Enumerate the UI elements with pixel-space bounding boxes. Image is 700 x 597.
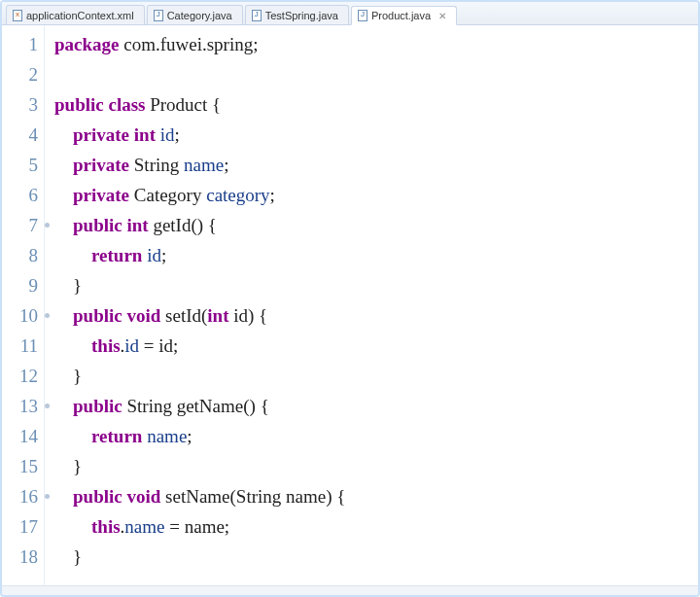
xml-file-icon	[13, 10, 22, 21]
code-line: private Category category;	[54, 180, 698, 210]
line-number: 15	[2, 451, 44, 481]
line-number: 17	[2, 511, 44, 542]
java-file-icon	[154, 10, 163, 21]
tab-bar: applicationContext.xml Category.java Tes…	[2, 2, 698, 25]
line-number: 8	[2, 240, 44, 270]
code-line: return name;	[54, 421, 698, 451]
line-number: 9	[2, 270, 44, 300]
code-line: }	[54, 542, 698, 572]
tab-label: Product.java	[371, 10, 431, 21]
line-number: 18	[2, 542, 44, 572]
line-number: 5	[2, 150, 44, 180]
code-line: public String getName() {	[54, 391, 698, 421]
code-line: }	[54, 270, 698, 300]
tab-label: applicationContext.xml	[26, 10, 134, 21]
line-number: 7	[2, 210, 44, 240]
line-number: 11	[2, 331, 44, 361]
tab-testspring[interactable]: TestSpring.java	[245, 5, 349, 24]
code-line: public void setName(String name) {	[54, 481, 698, 511]
code-line: private int id;	[54, 120, 698, 150]
line-number: 10	[2, 300, 44, 331]
code-line: this.name = name;	[54, 511, 698, 542]
tab-label: TestSpring.java	[265, 10, 338, 21]
code-line: }	[54, 361, 698, 391]
code-line	[54, 59, 698, 89]
code-line: public void setId(int id) {	[54, 300, 698, 331]
editor: 1 2 3 4 5 6 7 8 9 10 11 12 13 14 15 16 1…	[2, 25, 698, 585]
code-line: public int getId() {	[54, 210, 698, 240]
java-file-icon	[252, 10, 262, 21]
horizontal-scrollbar[interactable]	[2, 585, 698, 595]
line-number: 1	[2, 29, 44, 59]
line-number: 2	[2, 59, 44, 89]
tab-application-context[interactable]: applicationContext.xml	[6, 5, 145, 24]
code-line: public class Product {	[54, 89, 698, 120]
line-number: 14	[2, 421, 44, 451]
code-line: return id;	[54, 240, 698, 270]
code-line: private String name;	[54, 150, 698, 180]
tab-product[interactable]: Product.java ✕	[351, 6, 457, 25]
code-line: }	[54, 451, 698, 481]
code-line: package com.fuwei.spring;	[54, 29, 698, 59]
close-icon[interactable]: ✕	[438, 11, 446, 21]
line-number-gutter: 1 2 3 4 5 6 7 8 9 10 11 12 13 14 15 16 1…	[2, 25, 45, 585]
line-number: 12	[2, 361, 44, 391]
line-number: 3	[2, 89, 44, 120]
line-number: 4	[2, 120, 44, 150]
line-number: 16	[2, 481, 44, 511]
code-line: this.id = id;	[54, 331, 698, 361]
tab-label: Category.java	[167, 10, 232, 21]
line-number: 6	[2, 180, 44, 210]
code-area[interactable]: package com.fuwei.spring; public class P…	[45, 25, 698, 585]
line-number: 13	[2, 391, 44, 421]
java-file-icon	[358, 10, 368, 21]
tab-category[interactable]: Category.java	[147, 5, 243, 24]
